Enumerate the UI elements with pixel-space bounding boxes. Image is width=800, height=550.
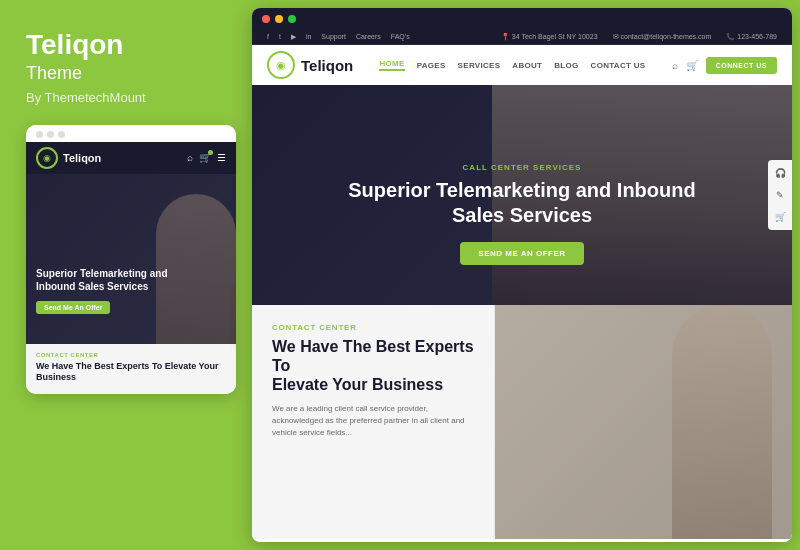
dot-3 (58, 131, 65, 138)
nav-contact[interactable]: CONTACT US (591, 61, 646, 70)
hero-title: Superior Telemarketing and Inbound Sales… (347, 178, 697, 228)
mobile-nav: ◉ Teliqon ⌕ 🛒 ☰ (26, 142, 236, 174)
cart-badge (208, 150, 213, 155)
linkedin-icon[interactable]: in (306, 33, 311, 41)
mobile-logo: ◉ Teliqon (36, 147, 101, 169)
brand-name: Teliqon Theme By ThemetechMount (26, 30, 228, 105)
mobile-hero-title: Superior Telemarketing and Inbound Sales… (36, 267, 196, 293)
desktop-nav-links: HOME PAGES SERVICES ABOUT BLOG CONTACT U… (379, 59, 645, 71)
mobile-preview-card: ◉ Teliqon ⌕ 🛒 ☰ Superior Telemarketing a… (26, 125, 236, 394)
nav-blog[interactable]: BLOG (554, 61, 578, 70)
dot-1 (36, 131, 43, 138)
desktop-utility-bar: f t ▶ in Support Careers FAQ's 📍34 Tech … (252, 30, 792, 45)
desktop-bottom-left: CONTACT CENTER We Have The Best Experts … (252, 305, 495, 539)
desktop-bottom-right (495, 305, 792, 539)
youtube-icon[interactable]: ▶ (291, 33, 296, 41)
cart-icon[interactable]: 🛒 (199, 152, 211, 163)
mobile-logo-icon: ◉ (36, 147, 58, 169)
bottom-right-person (672, 305, 772, 539)
connect-button[interactable]: CONNECT US (706, 57, 777, 74)
mobile-hero-content: Superior Telemarketing and Inbound Sales… (36, 267, 196, 314)
side-share-icon[interactable]: ✎ (772, 187, 788, 203)
desktop-logo-icon: ◉ (267, 51, 295, 79)
heading-line2: Elevate Your Business (272, 376, 443, 393)
utility-contact-info: 📍34 Tech Bagel St NY 10023 ✉contact@teli… (501, 33, 777, 41)
nav-services[interactable]: SERVICES (458, 61, 501, 70)
hero-service-label: CALL CENTER SERVICES (347, 163, 697, 172)
heading-line1: We Have The Best Experts To (272, 338, 474, 374)
facebook-icon[interactable]: f (267, 33, 269, 41)
search-icon[interactable]: ⌕ (187, 152, 193, 163)
maximize-dot (288, 15, 296, 23)
nav-pages[interactable]: PAGES (417, 61, 446, 70)
nav-about[interactable]: ABOUT (512, 61, 542, 70)
nav-cart-icon[interactable]: 🛒 (686, 60, 698, 71)
utility-careers-link[interactable]: Careers (356, 33, 381, 41)
brand-subtitle: Theme (26, 63, 228, 84)
hero-cta-button[interactable]: Send Me An Offer (460, 242, 583, 265)
desktop-preview: f t ▶ in Support Careers FAQ's 📍34 Tech … (252, 8, 792, 542)
desktop-side-float-icons: 🎧 ✎ 🛒 (768, 160, 792, 230)
mobile-card-topbar (26, 125, 236, 142)
nav-right-actions: ⌕ 🛒 CONNECT US (672, 57, 777, 74)
nav-search-icon[interactable]: ⌕ (672, 60, 678, 71)
side-headset-icon[interactable]: 🎧 (772, 165, 788, 181)
section-heading: We Have The Best Experts To Elevate Your… (272, 337, 474, 395)
menu-icon[interactable]: ☰ (217, 152, 226, 163)
hero-content: CALL CENTER SERVICES Superior Telemarket… (347, 163, 697, 265)
close-dot (262, 15, 270, 23)
brand-by: By ThemetechMount (26, 90, 228, 105)
utility-faq-link[interactable]: FAQ's (391, 33, 410, 41)
mobile-hero: Superior Telemarketing and Inbound Sales… (26, 174, 236, 344)
mobile-nav-icons: ⌕ 🛒 ☰ (187, 152, 226, 163)
desktop-nav: ◉ Teliqon HOME PAGES SERVICES ABOUT BLOG… (252, 45, 792, 85)
minimize-dot (275, 15, 283, 23)
mobile-send-offer-button[interactable]: Send Me An Offer (36, 301, 110, 314)
utility-social-links: f t ▶ in Support Careers FAQ's (267, 33, 410, 41)
mobile-section-title: We Have The Best Experts To Elevate Your… (36, 361, 226, 384)
contact-center-label: CONTACT CENTER (272, 323, 474, 332)
desktop-logo: ◉ Teliqon (267, 51, 353, 79)
dot-2 (47, 131, 54, 138)
left-panel: Teliqon Theme By ThemetechMount ◉ Teliqo… (0, 0, 248, 550)
mobile-logo-text: Teliqon (63, 152, 101, 164)
mobile-contact-label: CONTACT CENTER (36, 352, 226, 358)
side-cart-icon[interactable]: 🛒 (772, 209, 788, 225)
desktop-bottom-section: CONTACT CENTER We Have The Best Experts … (252, 305, 792, 539)
nav-home[interactable]: HOME (379, 59, 404, 71)
utility-address: 📍34 Tech Bagel St NY 10023 (501, 33, 598, 41)
desktop-hero: CALL CENTER SERVICES Superior Telemarket… (252, 85, 792, 305)
desktop-logo-text: Teliqon (301, 57, 353, 74)
utility-phone: 📞123-456-789 (726, 33, 777, 41)
utility-support-link[interactable]: Support (321, 33, 346, 41)
desktop-topbar (252, 8, 792, 30)
twitter-icon[interactable]: t (279, 33, 281, 41)
utility-email: ✉contact@teliqon-themes.com (613, 33, 712, 41)
section-description: We are a leading client call service pro… (272, 403, 474, 439)
mobile-bottom: 🎧 ✎ 🛒 CONTACT CENTER We Have The Best Ex… (26, 344, 236, 394)
brand-title: Teliqon (26, 30, 228, 61)
